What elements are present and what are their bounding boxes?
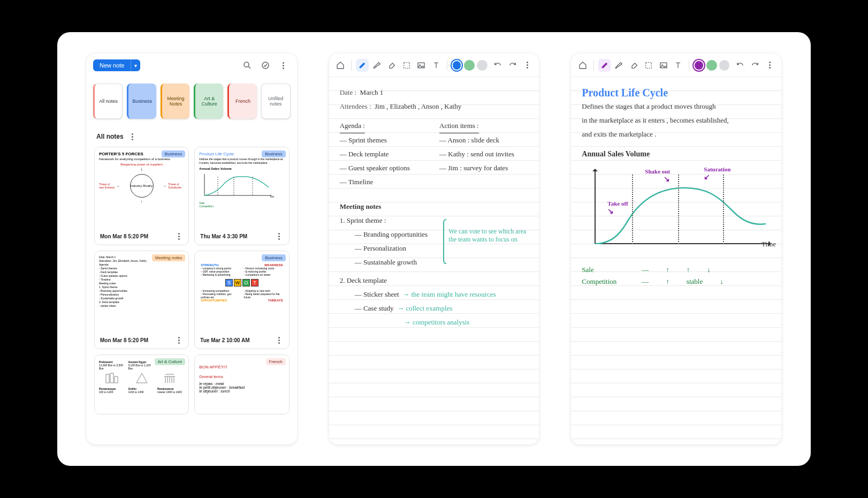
editor-toolbar xyxy=(571,54,781,77)
brush-icon[interactable] xyxy=(613,59,626,72)
svg-rect-12 xyxy=(403,62,409,68)
svg-rect-16 xyxy=(660,63,667,67)
editor-canvas[interactable]: Product Life Cycle Defines the stages th… xyxy=(571,77,781,444)
note-preview: Business STRENGTH- company's strong poin… xyxy=(195,251,288,331)
folder-tabs: All notes Business Meeting Notes Art & C… xyxy=(87,77,297,123)
note-card[interactable]: Art & Culture Prehistoric11,600 Bce to 3… xyxy=(94,354,189,414)
image-icon[interactable] xyxy=(415,59,428,72)
notes-toolbar: New note ▾ xyxy=(87,54,297,77)
svg-point-2 xyxy=(262,62,269,69)
eraser-icon[interactable] xyxy=(385,59,398,72)
eraser-icon[interactable] xyxy=(628,59,641,72)
section-more-icon[interactable] xyxy=(128,132,138,141)
editor-canvas[interactable]: Date : March 1 Attendees : Jim , Elizabe… xyxy=(329,77,539,444)
app-frame: New note ▾ All notes Business Meeting No… xyxy=(57,32,811,466)
note-footer: Tue Mar 2 10:00 AM xyxy=(195,331,288,349)
note-tag: Business xyxy=(262,150,285,157)
trend-table: Sale — ↑ ↑ ↓ Competition — ↑ stable ↓ xyxy=(582,266,771,286)
note-footer: Mon Mar 8 5:20 PM xyxy=(95,331,188,349)
undo-icon[interactable] xyxy=(492,59,505,72)
note-footer: Mon Mar 8 5:20 PM xyxy=(95,228,188,245)
more-icon[interactable] xyxy=(763,59,776,72)
more-icon[interactable] xyxy=(277,58,291,72)
undo-icon[interactable] xyxy=(734,59,747,72)
folder-meeting-notes[interactable]: Meeting Notes xyxy=(161,84,190,119)
svg-rect-10 xyxy=(110,373,113,383)
new-note-button[interactable]: New note xyxy=(93,59,131,71)
select-icon[interactable] xyxy=(643,59,656,72)
new-note-group: New note ▾ xyxy=(93,59,140,71)
note-footer: Thu Mar 4 3:30 PM xyxy=(195,228,288,245)
redo-icon[interactable] xyxy=(506,59,519,72)
pen-icon[interactable] xyxy=(598,59,611,72)
pen-icon[interactable] xyxy=(356,59,369,72)
chart-title: Annual Sales Volume xyxy=(582,150,771,159)
color-green[interactable] xyxy=(706,60,717,71)
notes-grid: PORTER'S 5 FORCES Business framework for… xyxy=(87,147,297,422)
note-preview: Art & Culture Prehistoric11,600 Bce to 3… xyxy=(95,355,188,414)
x-axis-label: Time xyxy=(762,240,776,248)
section-title: All notes xyxy=(87,123,297,147)
note-title: Product Life Cycle xyxy=(582,86,771,100)
note-more-icon[interactable] xyxy=(275,336,284,344)
text-icon[interactable] xyxy=(672,59,685,72)
note-tag: French xyxy=(266,358,286,365)
color-blue[interactable] xyxy=(452,60,462,71)
color-gray[interactable] xyxy=(719,60,730,71)
note-preview: Product Life Cycle Business Defines the … xyxy=(195,147,288,228)
note-preview: PORTER'S 5 FORCES Business framework for… xyxy=(95,147,188,228)
note-tag: Art & Culture xyxy=(155,358,186,365)
svg-point-0 xyxy=(244,62,249,67)
select-icon[interactable] xyxy=(400,59,413,72)
note-card[interactable]: French BON APPÉTIT General terms le repa… xyxy=(194,354,289,414)
folder-all-notes[interactable]: All notes xyxy=(93,84,123,119)
svg-rect-11 xyxy=(115,376,118,383)
redo-icon[interactable] xyxy=(749,59,762,72)
notes-list-panel: New note ▾ All notes Business Meeting No… xyxy=(87,54,297,444)
color-green[interactable] xyxy=(464,60,475,71)
note-tag: Meeting notes xyxy=(152,254,185,261)
note-card[interactable]: PORTER'S 5 FORCES Business framework for… xyxy=(94,147,189,245)
svg-text:Time: Time xyxy=(270,195,274,198)
note-more-icon[interactable] xyxy=(275,232,284,240)
note-card[interactable]: Product Life Cycle Business Defines the … xyxy=(194,147,289,245)
note-preview: Meeting notes Date: March 1 Attendees: J… xyxy=(95,251,188,331)
note-card[interactable]: Meeting notes Date: March 1 Attendees: J… xyxy=(94,251,189,349)
meeting-editor-panel: Date : March 1 Attendees : Jim , Elizabe… xyxy=(329,54,539,444)
note-tag: Business xyxy=(262,254,285,261)
color-gray[interactable] xyxy=(477,60,488,71)
folder-french[interactable]: French xyxy=(227,84,257,119)
svg-rect-9 xyxy=(106,374,109,383)
svg-rect-15 xyxy=(646,62,652,68)
folder-business[interactable]: Business xyxy=(127,84,156,119)
note-card[interactable]: Business STRENGTH- company's strong poin… xyxy=(194,251,289,349)
svg-rect-13 xyxy=(418,63,424,67)
search-icon[interactable] xyxy=(240,58,254,72)
svg-line-1 xyxy=(248,66,250,69)
note-tag: Business xyxy=(162,150,185,157)
folder-art-culture[interactable]: Art & Culture xyxy=(194,84,223,119)
checkmark-icon[interactable] xyxy=(258,58,272,72)
note-preview: French BON APPÉTIT General terms le repa… xyxy=(195,355,288,414)
lifecycle-chart: Take off↘ Shake out↘ Saturation↙ Time xyxy=(582,169,771,255)
product-lifecycle-panel: Product Life Cycle Defines the stages th… xyxy=(571,54,781,444)
editor-toolbar xyxy=(329,54,539,77)
home-icon[interactable] xyxy=(334,59,347,72)
color-purple[interactable] xyxy=(694,60,704,71)
text-icon[interactable] xyxy=(430,59,443,72)
brush-icon[interactable] xyxy=(371,59,384,72)
note-more-icon[interactable] xyxy=(174,336,183,344)
home-icon[interactable] xyxy=(576,59,589,72)
folder-unfiled[interactable]: Unfiled notes xyxy=(261,84,291,119)
image-icon[interactable] xyxy=(657,59,670,72)
more-icon[interactable] xyxy=(521,59,534,72)
note-more-icon[interactable] xyxy=(174,232,183,240)
new-note-dropdown[interactable]: ▾ xyxy=(131,59,140,71)
